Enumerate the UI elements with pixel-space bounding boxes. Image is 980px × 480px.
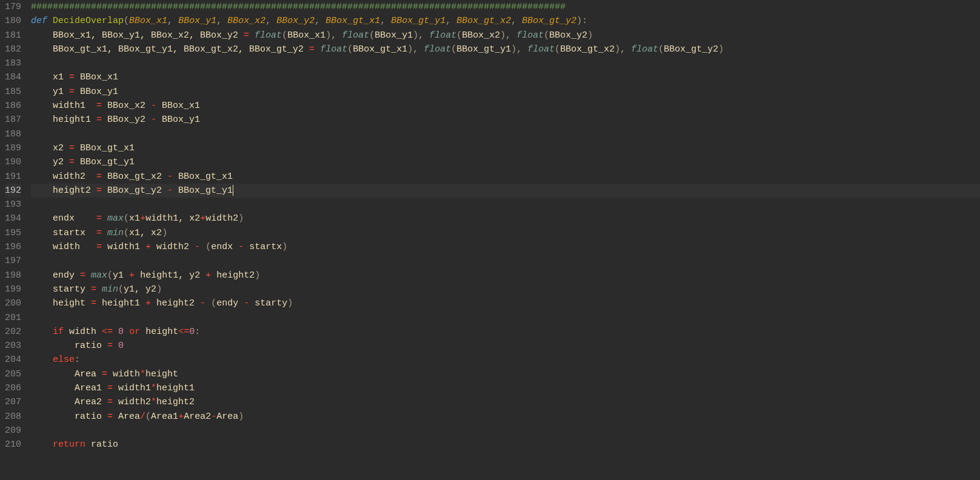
line-number: 204 [5, 353, 21, 367]
token-punct: ) [156, 284, 162, 295]
token-text: Area1 [151, 412, 178, 422]
token-builtin: float [631, 44, 658, 55]
code-line[interactable]: Area1 = width1*height1 [31, 381, 980, 395]
token-operator: - [167, 172, 173, 182]
code-line[interactable] [31, 127, 980, 141]
token-punct: ) [238, 213, 244, 224]
token-text: ratio [85, 439, 118, 450]
token-text: width [107, 369, 140, 379]
token-text: Area [113, 412, 140, 422]
line-number: 188 [5, 127, 21, 141]
token-funcname: DecideOverlap [53, 16, 124, 26]
token-text: BBox_gt_x1 [173, 172, 233, 182]
token-builtin: float [429, 30, 456, 41]
code-line[interactable]: Area = width*height [31, 367, 980, 381]
token-operator: return [53, 439, 85, 450]
token-param: BBox_x2 [227, 16, 265, 26]
token-text: width2 [205, 213, 238, 224]
token-operator: = [69, 157, 75, 167]
line-number: 193 [5, 198, 21, 212]
token-operator: - [200, 298, 205, 308]
code-line[interactable]: ratio = Area/(Area1+Area2-Area) [31, 410, 980, 424]
token-operator: + [145, 298, 151, 308]
code-line[interactable]: height = height1 + height2 - (endy - sta… [31, 296, 980, 310]
code-line[interactable]: startx = min(x1, x2) [31, 226, 980, 240]
code-line[interactable]: BBox_x1, BBox_y1, BBox_x2, BBox_y2 = flo… [31, 28, 980, 42]
token-punct: ), [500, 30, 516, 41]
token-text [249, 30, 255, 41]
code-line[interactable]: height2 = BBox_gt_y2 - BBox_gt_y1 [31, 184, 980, 198]
token-text: height1 [96, 298, 145, 308]
token-text: BBox_gt_x2 [102, 172, 167, 182]
token-text: BBox_y2 [102, 115, 151, 125]
code-line[interactable]: ########################################… [31, 0, 980, 14]
code-line[interactable]: starty = min(y1, y2) [31, 282, 980, 296]
token-text: BBox_gt_y2 [102, 185, 167, 196]
token-operator: + [178, 412, 184, 422]
code-line[interactable]: y2 = BBox_gt_y1 [31, 155, 980, 169]
code-line[interactable] [31, 254, 980, 268]
token-punct: , [380, 16, 391, 26]
token-operator: + [129, 270, 135, 281]
token-text: width2 [31, 172, 96, 182]
code-line[interactable]: width1 = BBox_x2 - BBox_x1 [31, 99, 980, 113]
token-text: BBox_gt_x2 [560, 44, 615, 55]
code-line[interactable] [31, 56, 980, 70]
code-line[interactable]: endy = max(y1 + height1, y2 + height2) [31, 268, 980, 282]
token-text: BBox_y1 [75, 87, 118, 97]
token-text: y2 [31, 157, 69, 167]
code-line[interactable]: height1 = BBox_y2 - BBox_y1 [31, 113, 980, 127]
token-operator: <= [102, 327, 113, 337]
code-line[interactable]: x1 = BBox_x1 [31, 70, 980, 84]
token-text: height [145, 369, 178, 379]
token-punct: ( [347, 44, 353, 55]
code-line[interactable]: endx = max(x1+width1, x2+width2) [31, 212, 980, 225]
token-text [315, 44, 320, 55]
token-operator: = [102, 369, 107, 379]
token-punct: , [265, 16, 276, 26]
token-param: BBox_gt_y2 [522, 16, 576, 26]
code-line[interactable]: y1 = BBox_y1 [31, 85, 980, 99]
line-number: 183 [5, 56, 21, 70]
code-line[interactable]: else: [31, 353, 980, 367]
token-text: endx [31, 213, 96, 224]
token-builtin: float [527, 44, 555, 55]
token-builtin: float [424, 44, 451, 55]
token-operator: - [211, 412, 216, 422]
token-text [96, 284, 102, 295]
line-number: 194 [5, 212, 21, 225]
code-line[interactable]: return ratio [31, 438, 980, 452]
token-punct: ( [544, 30, 549, 41]
token-operator: = [96, 172, 102, 182]
code-line[interactable]: x2 = BBox_gt_x1 [31, 141, 980, 155]
code-editor[interactable]: 1791801811821831841851861871881891901911… [0, 0, 980, 452]
token-punct: , [216, 16, 227, 26]
token-param: BBox_gt_x1 [325, 16, 380, 26]
line-number: 191 [5, 170, 21, 184]
code-line[interactable] [31, 198, 980, 212]
code-line[interactable]: width2 = BBox_gt_x2 - BBox_gt_x1 [31, 170, 980, 184]
token-text: BBox_gt_y2 [664, 44, 718, 55]
code-line[interactable]: ratio = 0 [31, 339, 980, 353]
code-line[interactable]: def DecideOverlap(BBox_x1, BBox_y1, BBox… [31, 14, 980, 28]
token-punct: ) [238, 412, 244, 422]
token-operator: = [107, 341, 113, 351]
token-punct: , [511, 16, 522, 26]
token-text: height2 [31, 185, 96, 196]
token-text: y1 [31, 87, 69, 97]
token-operator: = [69, 143, 75, 153]
token-text: Area [216, 412, 238, 422]
code-line[interactable]: Area2 = width2*height2 [31, 395, 980, 409]
code-line[interactable]: width = width1 + width2 - (endx - startx… [31, 240, 980, 254]
code-line[interactable]: if width <= 0 or height<=0: [31, 325, 980, 339]
token-text: height2 [211, 270, 255, 281]
token-punct: ), [615, 44, 631, 55]
token-operator: if [53, 327, 64, 337]
code-line[interactable] [31, 424, 980, 438]
token-text: width1 [102, 242, 145, 252]
token-text [85, 270, 91, 281]
code-line[interactable] [31, 311, 980, 325]
code-area[interactable]: ########################################… [28, 0, 980, 452]
line-number: 208 [5, 410, 21, 424]
code-line[interactable]: BBox_gt_x1, BBox_gt_y1, BBox_gt_x2, BBox… [31, 42, 980, 56]
